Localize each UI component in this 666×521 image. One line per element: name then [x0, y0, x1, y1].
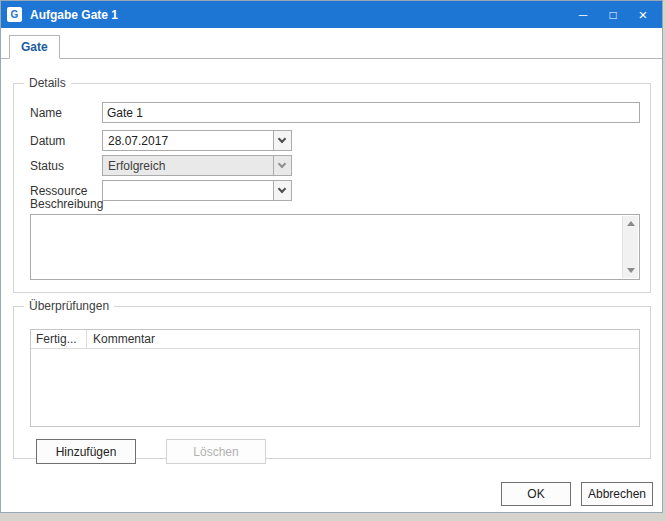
- close-button-icon[interactable]: ×: [628, 1, 658, 28]
- beschreibung-textarea[interactable]: [30, 214, 640, 280]
- chevron-down-icon: [278, 160, 286, 168]
- status-value: Erfolgreich: [108, 159, 271, 173]
- ressource-label: Ressource: [30, 184, 87, 198]
- tab-gate[interactable]: Gate: [9, 35, 60, 59]
- chevron-down-icon: [278, 185, 286, 193]
- datum-dropdown-button[interactable]: [273, 131, 291, 150]
- datum-label: Datum: [30, 134, 65, 148]
- datum-value: 28.07.2017: [108, 134, 271, 148]
- chevron-down-icon: [278, 135, 286, 143]
- details-groupbox: Details Name Datum 28.07.2017 Status Erf…: [13, 83, 651, 293]
- datum-combobox[interactable]: 28.07.2017: [102, 130, 292, 151]
- minimize-button-icon[interactable]: ─: [568, 1, 598, 28]
- cancel-button[interactable]: Abbrechen: [581, 482, 653, 506]
- checks-groupbox: Überprüfungen Fertig... Kommentar Hinzuf…: [13, 306, 651, 459]
- checks-legend: Überprüfungen: [24, 299, 114, 313]
- window-title: Aufgabe Gate 1: [30, 8, 118, 22]
- ressource-dropdown-button[interactable]: [273, 181, 291, 200]
- delete-button: Löschen: [166, 439, 266, 464]
- window-controls: ─ □ ×: [568, 1, 662, 28]
- scroll-up-icon[interactable]: [623, 216, 638, 231]
- status-combobox: Erfolgreich: [102, 155, 292, 176]
- scroll-down-icon[interactable]: [623, 263, 638, 278]
- maximize-button-icon[interactable]: □: [598, 1, 628, 28]
- details-legend: Details: [24, 76, 71, 90]
- titlebar[interactable]: G Aufgabe Gate 1 ─ □ ×: [1, 1, 662, 28]
- add-button[interactable]: Hinzufügen: [36, 439, 136, 464]
- app-icon: G: [7, 7, 22, 22]
- name-input[interactable]: [102, 102, 640, 123]
- status-label: Status: [30, 159, 64, 173]
- beschreibung-label: Beschreibung: [30, 197, 103, 211]
- dialog-window: G Aufgabe Gate 1 ─ □ × Gate Details Name…: [0, 0, 663, 513]
- checks-table-header: Fertig... Kommentar: [31, 330, 639, 349]
- checks-table[interactable]: Fertig... Kommentar: [30, 329, 640, 427]
- ok-button[interactable]: OK: [501, 482, 571, 506]
- vertical-scrollbar[interactable]: [622, 216, 638, 278]
- ressource-combobox[interactable]: [102, 180, 292, 201]
- tab-strip: Gate: [1, 28, 662, 59]
- status-dropdown-button: [273, 156, 291, 175]
- column-header-kommentar[interactable]: Kommentar: [87, 330, 639, 348]
- column-header-fertig[interactable]: Fertig...: [31, 330, 87, 348]
- name-label: Name: [30, 106, 62, 120]
